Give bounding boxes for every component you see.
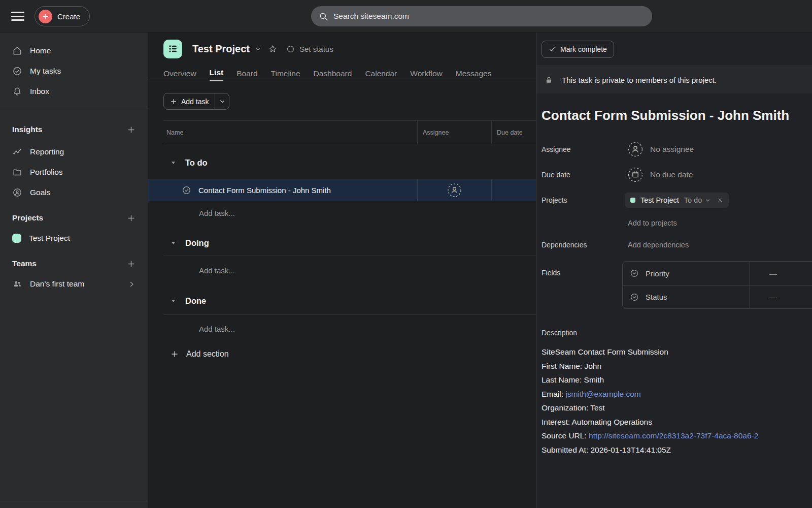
description-line: Submitted At: 2026-01-13T14:41:05Z (542, 443, 812, 457)
plus-icon (171, 350, 179, 358)
column-header-name: Name (163, 121, 417, 144)
chip-project-name: Test Project (640, 196, 679, 204)
due-date-value[interactable]: No due date (628, 167, 693, 182)
inline-add-task-done[interactable]: Add task... (199, 319, 235, 338)
section-header-done[interactable]: Done (171, 291, 206, 311)
fields-label: Fields (542, 269, 628, 277)
tab-overview[interactable]: Overview (163, 65, 196, 81)
add-insight-button[interactable] (126, 124, 137, 135)
remove-project-button[interactable] (717, 197, 723, 203)
add-task-main[interactable]: Add task (164, 93, 215, 109)
section-title: Projects (12, 213, 43, 223)
sidebar-item-home[interactable]: Home (0, 41, 148, 61)
description-text[interactable]: SiteSeam Contact Form Submission First N… (542, 345, 812, 457)
set-status-label: Set status (299, 45, 333, 53)
description-line: Email: jsmith@example.com (542, 387, 812, 401)
assignee-row: Assignee No assignee (542, 141, 812, 158)
tab-calendar[interactable]: Calendar (365, 65, 397, 81)
close-icon (717, 197, 723, 203)
tab-list[interactable]: List (210, 65, 224, 81)
privacy-notice-text: This task is private to members of this … (562, 76, 717, 84)
plus-icon (39, 10, 52, 23)
chevron-down-icon (705, 198, 710, 203)
chevron-right-icon (128, 280, 136, 288)
search-icon (319, 12, 328, 21)
task-row[interactable]: Contact Form Submission - John Smith (148, 179, 536, 201)
assignee-cell-person-icon[interactable] (447, 183, 462, 198)
sidebar-item-reporting[interactable]: Reporting (0, 142, 148, 162)
mark-complete-button[interactable]: Mark complete (542, 41, 614, 58)
tab-timeline[interactable]: Timeline (271, 65, 300, 81)
sidebar-item-inbox[interactable]: Inbox (0, 81, 148, 102)
section-header-doing[interactable]: Doing (171, 233, 209, 253)
section-divider (163, 314, 536, 315)
section-divider (163, 256, 536, 256)
favorite-star-icon[interactable] (268, 44, 278, 54)
folder-icon (12, 167, 22, 177)
task-title[interactable]: Contact Form Submission - John Smith (542, 108, 812, 123)
assignee-value-text: No assignee (650, 145, 694, 154)
dependencies-row: Dependencies Add dependencies (542, 237, 812, 252)
add-task-label: Add task (181, 98, 209, 106)
add-to-projects-link[interactable]: Add to projects (628, 219, 677, 227)
due-date-label: Due date (542, 171, 628, 179)
section-toggle-icon[interactable] (171, 240, 176, 246)
add-section-button[interactable]: Add section (171, 344, 229, 364)
search-bar[interactable] (311, 6, 652, 26)
assignee-value[interactable]: No assignee (628, 142, 694, 157)
calendar-icon (628, 167, 643, 182)
sidebar-item-test-project[interactable]: Test Project (0, 228, 148, 248)
section-toggle-icon[interactable] (171, 160, 176, 166)
mark-complete-label: Mark complete (560, 45, 607, 53)
project-color-swatch (12, 234, 21, 243)
inline-add-task-doing[interactable]: Add task... (199, 261, 235, 280)
email-link[interactable]: jsmith@example.com (565, 390, 640, 398)
field-priority-value[interactable]: — (750, 262, 812, 285)
description-label: Description (542, 325, 577, 340)
sidebar-item-label: Goals (30, 188, 51, 197)
tab-board[interactable]: Board (236, 65, 257, 81)
field-name: Status (646, 293, 667, 301)
description-line: Interest: Automating Operations (542, 415, 812, 429)
project-menu-chevron-down-icon[interactable] (255, 46, 261, 52)
sidebar-item-dans-first-team[interactable]: Dan's first team (0, 274, 148, 294)
sidebar-toggle-button[interactable] (11, 12, 24, 21)
section-header-todo[interactable]: To do (171, 152, 208, 173)
tab-workflow[interactable]: Workflow (410, 65, 442, 81)
bell-icon (12, 86, 22, 97)
assignee-label: Assignee (542, 145, 628, 153)
search-input[interactable] (333, 12, 645, 21)
create-button[interactable]: Create (35, 6, 90, 26)
due-date-row: Due date No due date (542, 166, 812, 183)
project-chip[interactable]: Test Project To do (625, 193, 729, 208)
topbar: Create (0, 0, 812, 33)
inline-add-task-todo[interactable]: Add task... (199, 203, 235, 223)
tab-dashboard[interactable]: Dashboard (314, 65, 352, 81)
section-toggle-icon[interactable] (171, 298, 176, 304)
tab-messages[interactable]: Messages (456, 65, 492, 81)
reporting-icon (12, 147, 22, 157)
task-complete-checkbox[interactable] (182, 185, 191, 195)
add-project-button[interactable] (126, 213, 137, 224)
status-circle-icon (286, 45, 295, 53)
plus-icon (127, 214, 136, 223)
add-dependencies-link[interactable]: Add dependencies (628, 241, 689, 249)
field-status-value[interactable]: — (750, 285, 812, 308)
section-title: Insights (12, 125, 42, 134)
sidebar-item-portfolios[interactable]: Portfolios (0, 162, 148, 182)
set-status-button[interactable]: Set status (286, 45, 333, 53)
sidebar-item-label: Home (30, 46, 51, 55)
source-url-link[interactable]: http://siteseam.com/2c8313a2-73f7-4aca-8… (589, 431, 758, 440)
project-icon (163, 40, 182, 58)
check-circle-icon (12, 66, 22, 76)
add-team-button[interactable] (126, 259, 137, 269)
add-task-dropdown[interactable] (215, 93, 229, 109)
chip-section-dropdown[interactable]: To do (684, 196, 710, 204)
field-priority-row[interactable]: Priority — (623, 262, 812, 285)
plus-icon (127, 260, 136, 268)
sidebar-item-goals[interactable]: Goals (0, 182, 148, 203)
plus-icon (127, 125, 136, 134)
add-task-button[interactable]: Add task (163, 93, 229, 110)
field-status-row[interactable]: Status — (623, 285, 812, 308)
sidebar-item-my-tasks[interactable]: My tasks (0, 61, 148, 81)
